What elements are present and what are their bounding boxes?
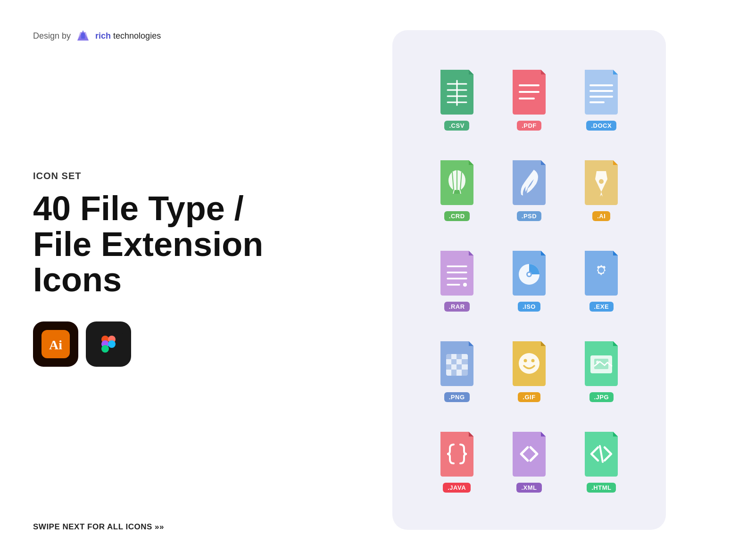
svg-point-30	[599, 179, 604, 184]
docx-label: .DOCX	[586, 121, 616, 131]
java-label: .JAVA	[443, 483, 471, 493]
ai-label: .AI	[592, 211, 610, 221]
svg-rect-46	[456, 364, 462, 370]
app-icons-row: Ai	[33, 321, 278, 367]
svg-rect-42	[456, 354, 462, 359]
svg-rect-44	[462, 359, 468, 364]
svg-point-35	[463, 283, 467, 287]
iso-file-icon: .ISO	[501, 248, 557, 312]
brand-header: Design by rich technologies	[33, 28, 278, 43]
svg-rect-41	[446, 354, 451, 359]
svg-point-39	[598, 267, 604, 273]
icons-row-5: .JAVA .XML	[421, 429, 638, 493]
png-label: .PNG	[444, 392, 470, 402]
svg-point-49	[519, 353, 540, 374]
svg-point-50	[523, 359, 527, 362]
pdf-file-icon: .PDF	[501, 67, 557, 131]
icons-row-2: .CRD .PSD	[421, 158, 638, 221]
main-title: 40 File Type / File Extension Icons	[33, 191, 278, 298]
jpg-label: .JPG	[589, 392, 614, 402]
png-file-icon: .PNG	[429, 339, 485, 402]
svg-text:Ai: Ai	[49, 338, 62, 352]
svg-point-9	[101, 345, 109, 353]
icons-row-4: .PNG .GIF	[421, 339, 638, 402]
html-label: .HTML	[587, 483, 616, 493]
psd-label: .PSD	[517, 211, 541, 221]
icons-row-1: .CSV .PDF	[421, 67, 638, 131]
rar-label: .RAR	[444, 302, 470, 312]
left-panel: Design by rich technologies ICON SET 40 …	[0, 0, 311, 560]
svg-rect-48	[462, 370, 468, 376]
pdf-label: .PDF	[517, 121, 541, 131]
svg-rect-45	[446, 364, 451, 370]
gif-label: .GIF	[518, 392, 540, 402]
gif-file-icon: .GIF	[501, 339, 557, 402]
svg-point-54	[596, 361, 599, 363]
svg-point-10	[108, 340, 116, 348]
iso-label: .ISO	[518, 302, 540, 312]
icons-row-3: .RAR .ISO	[421, 248, 638, 312]
docx-file-icon: .DOCX	[573, 67, 630, 131]
csv-file-icon: .CSV	[429, 67, 485, 131]
rar-file-icon: .RAR	[429, 248, 485, 312]
svg-point-38	[528, 273, 531, 276]
crd-file-icon: .CRD	[429, 158, 485, 221]
java-file-icon: .JAVA	[429, 429, 485, 493]
right-panel: .CSV .PDF	[311, 0, 747, 560]
brand-prefix: Design by	[33, 31, 71, 41]
svg-rect-43	[451, 359, 456, 364]
icons-card: .CSV .PDF	[392, 30, 666, 530]
xml-label: .XML	[516, 483, 541, 493]
psd-file-icon: .PSD	[501, 158, 557, 221]
icon-set-label: ICON SET	[33, 171, 278, 181]
svg-point-51	[531, 359, 534, 362]
html-file-icon: .HTML	[573, 429, 630, 493]
csv-label: .CSV	[444, 121, 469, 131]
main-content: ICON SET 40 File Type / File Extension I…	[33, 43, 278, 532]
brand-name: rich technologies	[95, 31, 161, 41]
figma-icon	[86, 321, 131, 367]
svg-rect-2	[81, 33, 85, 39]
swipe-next-text: SWIPE NEXT FOR ALL ICONS »»	[33, 522, 164, 532]
exe-label: .EXE	[589, 302, 614, 312]
ai-file-icon: .AI	[573, 158, 630, 221]
jpg-file-icon: .JPG	[573, 339, 630, 402]
crd-label: .CRD	[444, 211, 470, 221]
svg-rect-47	[451, 370, 456, 376]
exe-file-icon: .EXE	[573, 248, 630, 312]
brand-logo-icon	[75, 28, 91, 43]
xml-file-icon: .XML	[501, 429, 557, 493]
page-container: Design by rich technologies ICON SET 40 …	[0, 0, 747, 560]
adobe-illustrator-icon: Ai	[33, 321, 78, 367]
